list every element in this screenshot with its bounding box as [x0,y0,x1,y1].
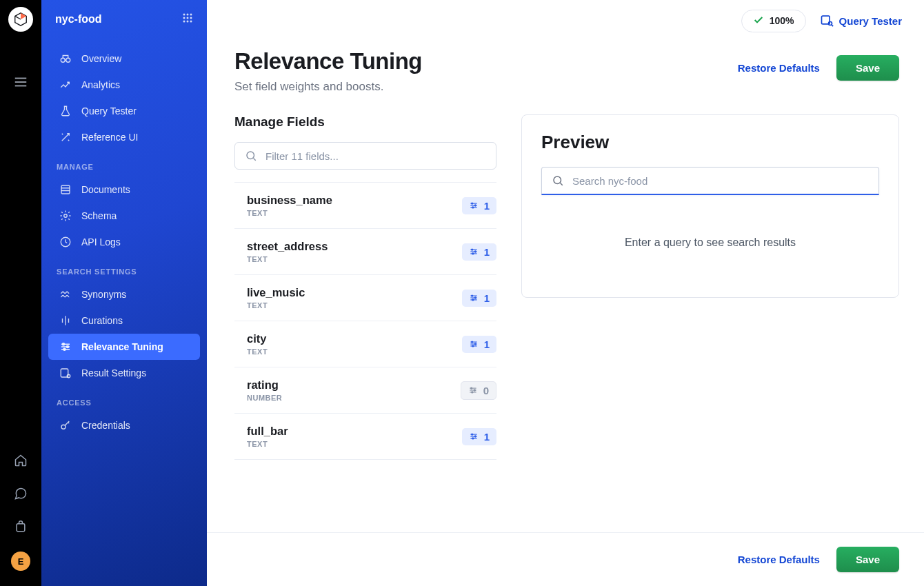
field-name: full_bar [247,425,288,438]
svg-point-21 [63,343,65,345]
svg-point-65 [472,438,473,439]
preview-search-input[interactable] [572,175,869,187]
health-indicator[interactable]: 100% [741,10,806,32]
sidebar-item-curations[interactable]: Curations [48,307,200,334]
gear-icon [59,210,72,222]
svg-point-11 [187,21,189,23]
restore-defaults-button-footer[interactable]: Restore Defaults [738,554,820,565]
field-row[interactable]: live_musicTEXT1 [234,275,496,321]
section-label-search: SEARCH SETTINGS [41,255,207,281]
curations-icon [59,314,72,327]
field-type: TEXT [247,255,328,263]
field-weight-value: 1 [484,246,490,258]
chat-icon[interactable] [12,485,29,502]
field-list: business_nameTEXT1street_addressTEXT1liv… [234,182,496,460]
svg-point-26 [61,425,66,429]
magic-icon [59,131,72,143]
app-logo[interactable] [8,7,33,32]
save-button[interactable]: Save [836,55,899,81]
key-icon [59,419,72,432]
user-avatar[interactable]: E [11,552,30,571]
field-weight-badge[interactable]: 0 [461,381,496,400]
sidebar-item-label: Analytics [81,79,120,90]
svg-point-35 [472,207,473,208]
preview-title: Preview [541,132,879,153]
field-row[interactable]: cityTEXT1 [234,321,496,367]
svg-point-34 [474,205,476,206]
preview-panel: Preview Enter a query to see search resu… [521,114,899,532]
svg-point-51 [471,341,472,343]
sidebar-item-analytics[interactable]: Analytics [48,72,200,98]
hamburger-icon[interactable] [13,74,28,92]
sliders-icon [469,293,479,303]
search-icon [245,150,257,162]
svg-point-12 [190,21,192,23]
svg-point-40 [474,251,476,252]
field-row[interactable]: ratingNUMBER0 [234,367,496,414]
app-rail: E [0,0,41,586]
field-filter[interactable] [234,142,496,170]
field-row[interactable]: full_barTEXT1 [234,414,496,460]
sidebar-item-api-logs[interactable]: API Logs [48,229,200,255]
svg-point-63 [471,434,472,435]
documents-icon [59,183,72,196]
field-weight-badge[interactable]: 1 [462,243,496,261]
sidebar-item-label: API Logs [81,236,121,247]
sidebar-item-relevance-tuning[interactable]: Relevance Tuning [48,334,200,360]
sidebar-item-schema[interactable]: Schema [48,203,200,229]
svg-point-14 [66,58,70,62]
sidebar-item-documents[interactable]: Documents [48,176,200,203]
package-icon[interactable] [12,518,29,535]
field-weight-value: 1 [484,200,490,212]
svg-point-58 [474,390,475,391]
flask-icon [59,105,72,117]
clock-icon [59,236,72,248]
svg-point-41 [472,253,473,254]
topbar: 100% Query Tester [207,0,924,41]
home-icon[interactable] [12,452,29,469]
svg-point-25 [67,374,70,378]
page-title: Relevance Tuning [234,48,422,74]
sidebar-item-result-settings[interactable]: Result Settings [48,360,200,386]
manage-fields-title: Manage Fields [234,114,496,130]
search-icon [552,174,564,187]
sidebar-item-label: Credentials [81,420,130,431]
field-weight-value: 0 [483,385,489,396]
sidebar-item-query-tester[interactable]: Query Tester [48,98,200,124]
sidebar-item-label: Relevance Tuning [81,341,163,352]
sidebar-item-label: Curations [81,315,123,326]
svg-point-5 [187,14,189,16]
query-tester-link[interactable]: Query Tester [820,13,902,29]
preview-search[interactable] [541,167,879,195]
waves-icon [59,288,72,301]
apps-grid-icon[interactable] [182,12,193,26]
svg-point-39 [471,249,472,250]
field-filter-input[interactable] [265,150,486,162]
svg-point-52 [474,343,476,345]
field-weight-badge[interactable]: 1 [462,428,496,445]
field-weight-badge[interactable]: 1 [462,290,496,307]
field-name: business_name [247,194,332,207]
sidebar-item-label: Result Settings [81,367,146,378]
save-button-footer[interactable]: Save [836,547,899,572]
sidebar-item-credentials[interactable]: Credentials [48,412,200,438]
svg-point-46 [474,297,476,299]
sidebar-item-reference-ui[interactable]: Reference UI [48,124,200,150]
query-tester-icon [820,13,834,29]
app-name: nyc-food [55,13,102,26]
sidebar-item-synonyms[interactable]: Synonyms [48,281,200,307]
svg-point-66 [554,176,561,184]
field-type: TEXT [247,301,305,310]
sliders-icon [469,201,479,210]
preview-empty-text: Enter a query to see search results [541,195,879,270]
svg-point-7 [183,17,185,19]
field-weight-badge[interactable]: 1 [462,336,496,353]
sidebar-top-group: Overview Analytics Query Tester Referenc… [41,46,207,150]
field-row[interactable]: street_addressTEXT1 [234,229,496,275]
field-row[interactable]: business_nameTEXT1 [234,183,496,229]
section-label-manage: MANAGE [41,150,207,176]
svg-point-53 [472,345,473,347]
field-weight-badge[interactable]: 1 [462,197,496,214]
sidebar-item-overview[interactable]: Overview [48,46,200,72]
restore-defaults-button[interactable]: Restore Defaults [738,62,820,74]
